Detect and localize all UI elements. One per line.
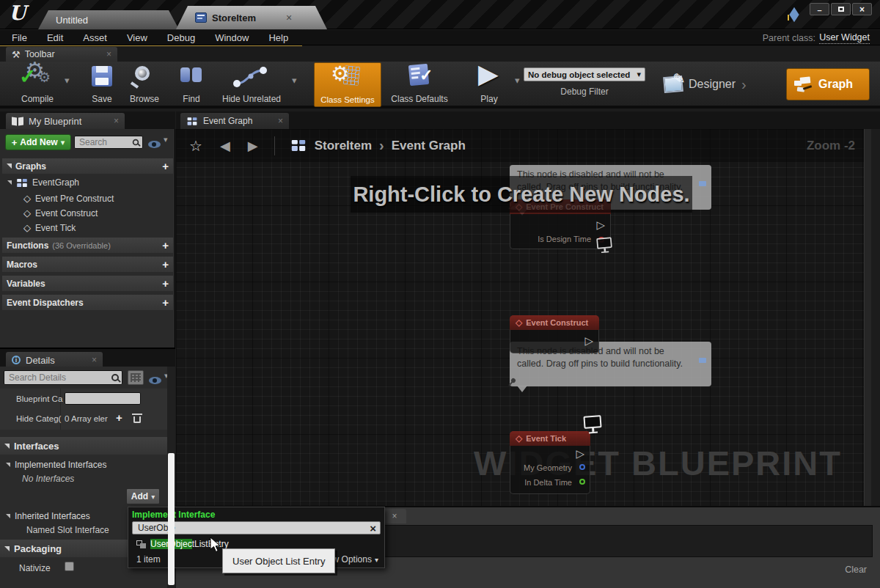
add-graph-button[interactable]: + xyxy=(162,160,169,172)
add-array-element-button[interactable]: + xyxy=(116,411,122,424)
add-macro-button[interactable]: + xyxy=(162,258,169,271)
variables-section-header[interactable]: Variables + xyxy=(2,276,173,291)
event-tick-node[interactable]: ◇ Event Tick ▷ My Geometry In Delta Time xyxy=(510,431,590,494)
event-graph-close-icon[interactable]: × xyxy=(278,116,283,126)
save-label: Save xyxy=(82,94,122,104)
bottom-tab-close-icon[interactable]: × xyxy=(392,511,397,521)
details-search[interactable] xyxy=(4,370,122,385)
graph-button[interactable]: Graph xyxy=(786,68,870,100)
event-tick-row[interactable]: ◇ Event Tick xyxy=(23,222,76,233)
maximize-button[interactable] xyxy=(831,3,851,15)
result-count: 1 item xyxy=(136,554,161,565)
exec-pin[interactable]: ▷ xyxy=(584,336,593,346)
tab-close-icon[interactable]: × xyxy=(286,12,292,23)
inherited-interfaces-row[interactable]: Inherited Interfaces xyxy=(6,511,90,521)
play-button[interactable]: ▶ Play xyxy=(468,63,510,106)
exec-pin[interactable]: ▷ xyxy=(596,220,605,230)
bubble-icon[interactable] xyxy=(699,358,706,363)
menu-file[interactable]: File xyxy=(12,32,27,43)
add-function-button[interactable]: + xyxy=(162,239,169,251)
menu-asset[interactable]: Asset xyxy=(83,32,107,43)
my-blueprint-close-icon[interactable]: × xyxy=(114,116,119,126)
parent-class-link[interactable]: User Widget xyxy=(819,32,870,44)
grid-view-button[interactable] xyxy=(128,370,144,385)
compile-dropdown-icon[interactable]: ▾ xyxy=(65,75,70,86)
menu-edit[interactable]: Edit xyxy=(47,32,63,43)
struct-pin[interactable] xyxy=(579,464,585,470)
breadcrumb-divider xyxy=(274,136,275,155)
add-dispatcher-button[interactable]: + xyxy=(162,296,169,309)
browse-button[interactable]: Browse xyxy=(123,63,166,106)
details-tab-label: Details xyxy=(26,355,55,366)
details-tab[interactable]: i Details × xyxy=(6,352,103,368)
nativize-checkbox[interactable] xyxy=(65,562,74,571)
toolbar-tab-close-icon[interactable]: × xyxy=(106,49,111,59)
functions-section-header[interactable]: Functions (36 Overridable) + xyxy=(2,238,173,253)
menu-debug[interactable]: Debug xyxy=(167,32,195,43)
my-blueprint-tabstrip: My Blueprint × xyxy=(0,111,175,129)
float-pin[interactable] xyxy=(579,479,585,485)
my-blueprint-search[interactable] xyxy=(74,136,143,149)
clear-button[interactable]: Clear xyxy=(845,565,867,575)
toolbar-tab[interactable]: ⚒ Toolbar × xyxy=(6,47,117,62)
minimize-button[interactable]: – xyxy=(810,3,829,15)
clear-search-icon[interactable]: × xyxy=(370,522,376,534)
debug-object-dropdown[interactable]: No debug object selected ▾ xyxy=(524,67,645,81)
event-pre-construct-row[interactable]: ◇ Event Pre Construct xyxy=(23,193,114,204)
breadcrumb-current[interactable]: Event Graph xyxy=(392,139,466,153)
parent-class-label: Parent class: xyxy=(763,33,815,43)
add-interface-button[interactable]: Add ▾ xyxy=(126,488,160,504)
menu-view[interactable]: View xyxy=(127,32,147,43)
add-new-button[interactable]: + Add New ▾ xyxy=(5,134,71,150)
event-graph-tab[interactable]: Event Graph × xyxy=(180,113,289,129)
add-variable-button[interactable]: + xyxy=(162,277,169,290)
graph-scrollbar-track[interactable] xyxy=(864,129,871,506)
nav-forward-icon[interactable]: ▶ xyxy=(248,138,258,154)
bubble-icon[interactable] xyxy=(699,181,706,186)
find-button[interactable]: Find xyxy=(175,63,208,106)
my-blueprint-tab[interactable]: My Blueprint × xyxy=(6,113,125,129)
details-close-icon[interactable]: × xyxy=(92,355,97,365)
eventgraph-row[interactable]: EventGraph xyxy=(7,177,79,188)
close-button[interactable]: × xyxy=(852,3,872,15)
pin-icon[interactable] xyxy=(510,378,516,383)
unreal-blueprint-editor: U Untitled StoreItem × – × File Edit Ass… xyxy=(0,0,880,588)
visibility-caret-icon[interactable]: ▾ xyxy=(164,135,168,144)
tab-untitled[interactable]: Untitled xyxy=(38,10,179,29)
graphs-section-header[interactable]: Graphs + xyxy=(2,158,173,174)
event-dispatchers-section-header[interactable]: Event Dispatchers + xyxy=(2,295,173,310)
compile-button[interactable]: ⚙ ⚙ ✓ Compile xyxy=(9,63,66,106)
hide-unrelated-button[interactable]: Hide Unrelated xyxy=(213,63,290,106)
my-blueprint-search-input[interactable] xyxy=(78,136,132,148)
tab-storeitem[interactable]: StoreItem × xyxy=(176,6,327,29)
save-button[interactable]: Save xyxy=(82,63,122,106)
details-scrollbar-thumb[interactable] xyxy=(168,453,175,585)
implemented-interfaces-row[interactable]: Implemented Interfaces xyxy=(6,460,106,470)
designer-button[interactable]: ✎ Designer › xyxy=(664,69,772,100)
eventgraph-expand-icon xyxy=(7,180,12,185)
class-settings-button[interactable]: ⚙ Class Settings xyxy=(314,62,381,107)
details-info-icon: i xyxy=(12,356,21,364)
graph-canvas[interactable]: WIDGET BLUEPRINT ☆ ◀ ▶ StoreItem › Event… xyxy=(176,129,871,506)
event-construct-node[interactable]: ◇ Event Construct ▷ xyxy=(510,315,599,353)
interfaces-section-header[interactable]: Interfaces xyxy=(0,437,167,455)
exec-pin[interactable]: ▷ xyxy=(576,449,584,459)
visibility-eye-icon[interactable] xyxy=(148,141,161,148)
bottom-panel-tab[interactable]: × xyxy=(383,509,406,523)
menu-help[interactable]: Help xyxy=(268,32,288,43)
class-defaults-button[interactable]: ✓ Class Defaults xyxy=(386,63,453,106)
tutorial-cap-icon[interactable] xyxy=(789,9,800,20)
event-construct-row[interactable]: ◇ Event Construct xyxy=(23,207,98,218)
graph-label: Graph xyxy=(818,78,853,91)
play-dropdown-icon[interactable]: ▾ xyxy=(515,75,520,86)
blueprint-category-input[interactable] xyxy=(65,392,141,405)
macros-section-header[interactable]: Macros + xyxy=(2,257,173,272)
favorite-star-icon[interactable]: ☆ xyxy=(189,137,202,155)
nav-back-icon[interactable]: ◀ xyxy=(220,138,230,154)
trash-icon[interactable] xyxy=(133,416,141,423)
details-search-input[interactable] xyxy=(7,372,111,383)
menu-window[interactable]: Window xyxy=(215,32,249,43)
hide-unrelated-dropdown-icon[interactable]: ▾ xyxy=(292,75,297,86)
details-eye-icon[interactable] xyxy=(149,377,161,384)
breadcrumb-root[interactable]: StoreItem xyxy=(315,139,372,153)
